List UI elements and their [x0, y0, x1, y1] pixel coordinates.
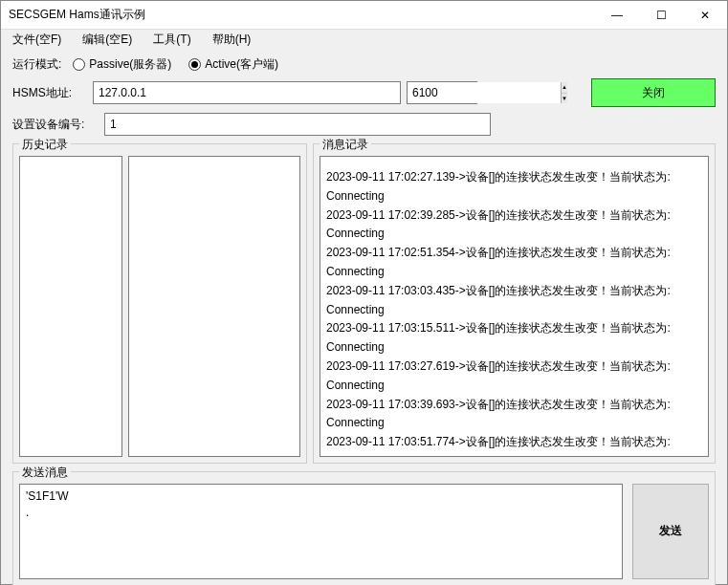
- hsms-port-spinner[interactable]: ▲ ▼: [407, 81, 477, 104]
- message-line: Connecting: [326, 263, 702, 282]
- send-text-line: 'S1F1'W: [26, 488, 616, 505]
- messages-legend: 消息记录: [320, 137, 371, 153]
- window-title: SECSGEM Hams通讯示例: [9, 7, 595, 23]
- hsms-address-input[interactable]: 127.0.0.1: [93, 81, 401, 104]
- spinner-up-icon[interactable]: ▲: [562, 82, 567, 94]
- close-button-label: 关闭: [642, 85, 665, 101]
- history-fieldset: 历史记录: [12, 143, 307, 464]
- message-line: 2023-09-11 17:02:27.139->设备[]的连接状态发生改变！当…: [326, 168, 702, 187]
- spinner-down-icon[interactable]: ▼: [562, 94, 567, 104]
- send-button[interactable]: 发送: [632, 484, 709, 579]
- message-line: Connecting: [326, 187, 702, 206]
- message-line: 2023-09-11 17:02:51.354->设备[]的连接状态发生改变！当…: [326, 244, 702, 263]
- window-controls: — ☐ ✕: [595, 1, 727, 30]
- history-legend: 历史记录: [19, 137, 71, 153]
- menubar: 文件(空F) 编辑(空E) 工具(T) 帮助(H): [1, 30, 727, 50]
- message-line: Connecting: [326, 377, 702, 396]
- hsms-port-input[interactable]: [408, 82, 561, 103]
- history-list-left[interactable]: [19, 156, 122, 457]
- message-line: Connecting: [326, 225, 702, 244]
- message-line: 2023-09-11 17:03:51.774->设备[]的连接状态发生改变！当…: [326, 433, 702, 452]
- mode-active-radio[interactable]: Active(客户端): [188, 56, 278, 73]
- device-label: 设置设备编号:: [12, 117, 99, 133]
- menu-edit[interactable]: 编辑(空E): [78, 30, 136, 50]
- messages-fieldset: 消息记录 2023-09-11 17:02:27.139->设备[]的连接状态发…: [313, 143, 716, 464]
- send-button-label: 发送: [659, 523, 682, 539]
- mode-label: 运行模式:: [12, 56, 61, 73]
- minimize-button[interactable]: —: [595, 1, 639, 30]
- messages-textarea[interactable]: 2023-09-11 17:02:27.139->设备[]的连接状态发生改变！当…: [320, 156, 709, 457]
- radio-icon: [188, 58, 201, 71]
- menu-help[interactable]: 帮助(H): [209, 30, 255, 50]
- titlebar: SECSGEM Hams通讯示例 — ☐ ✕: [1, 1, 727, 30]
- send-fieldset: 发送消息 'S1F1'W . 发送: [12, 471, 716, 585]
- send-body: 'S1F1'W . 发送: [19, 484, 709, 579]
- message-line: 2023-09-11 17:03:03.435->设备[]的连接状态发生改变！当…: [326, 282, 702, 301]
- message-line: 2023-09-11 17:03:39.693->设备[]的连接状态发生改变！当…: [326, 396, 702, 415]
- message-line: 2023-09-11 17:02:39.285->设备[]的连接状态发生改变！当…: [326, 206, 702, 226]
- close-window-button[interactable]: ✕: [683, 1, 727, 30]
- menu-file[interactable]: 文件(空F): [9, 30, 65, 50]
- spinner-buttons: ▲ ▼: [561, 82, 567, 103]
- message-line: Connecting: [326, 414, 702, 433]
- hsms-address-value: 127.0.0.1: [99, 86, 146, 99]
- history-body: [19, 156, 300, 457]
- radio-icon: [73, 58, 85, 71]
- middle-row: 历史记录 消息记录 2023-09-11 17:02:27.139->设备[]的…: [12, 143, 716, 464]
- history-list-right[interactable]: [128, 156, 300, 457]
- message-line: Connecting: [326, 338, 702, 358]
- mode-active-label: Active(客户端): [205, 56, 278, 73]
- message-line: Connecting: [326, 301, 702, 320]
- app-window: SECSGEM Hams通讯示例 — ☐ ✕ 文件(空F) 编辑(空E) 工具(…: [0, 0, 728, 585]
- mode-passive-label: Passive(服务器): [89, 56, 171, 73]
- message-line: 2023-09-11 17:03:27.619->设备[]的连接状态发生改变！当…: [326, 358, 702, 377]
- hsms-label: HSMS地址:: [12, 85, 87, 101]
- menu-tools[interactable]: 工具(T): [149, 30, 194, 50]
- message-line: 2023-09-11 17:03:15.511->设备[]的连接状态发生改变！当…: [326, 319, 702, 338]
- close-connection-button[interactable]: 关闭: [591, 78, 716, 107]
- maximize-button[interactable]: ☐: [639, 1, 683, 30]
- hsms-row: HSMS地址: 127.0.0.1 ▲ ▼ 关闭: [12, 78, 716, 107]
- mode-row: 运行模式: Passive(服务器) Active(客户端): [12, 56, 716, 73]
- send-text-line: .: [26, 505, 616, 521]
- device-id-input[interactable]: 1: [104, 113, 491, 136]
- device-row: 设置设备编号: 1: [12, 113, 716, 136]
- device-id-value: 1: [110, 118, 117, 131]
- content-area: 运行模式: Passive(服务器) Active(客户端) HSMS地址: 1…: [1, 50, 727, 585]
- send-legend: 发送消息: [19, 465, 71, 481]
- mode-passive-radio[interactable]: Passive(服务器): [73, 56, 171, 73]
- send-textarea[interactable]: 'S1F1'W .: [19, 484, 623, 579]
